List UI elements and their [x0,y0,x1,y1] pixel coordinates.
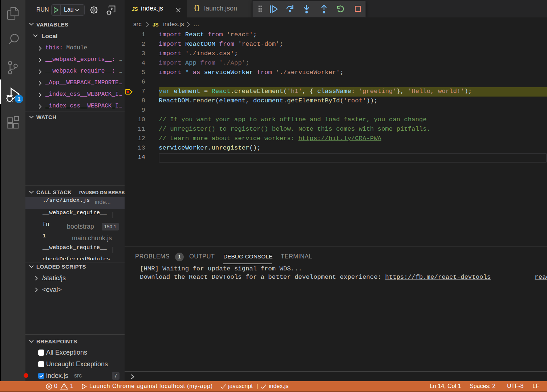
svg-text:1: 1 [17,96,21,102]
